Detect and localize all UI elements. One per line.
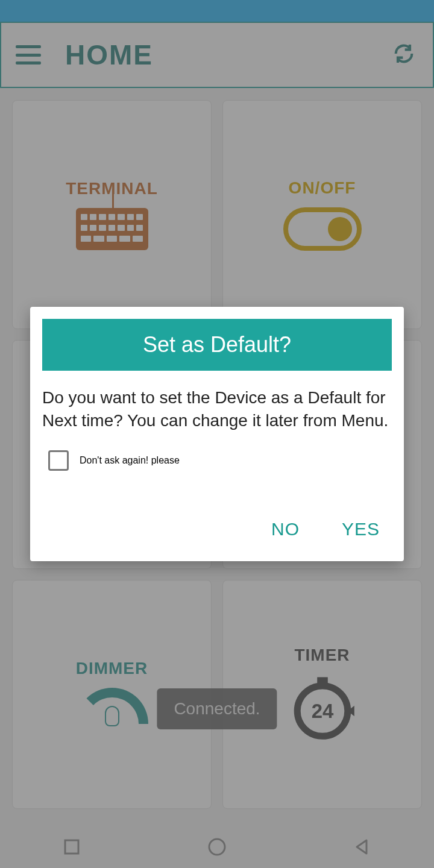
no-button[interactable]: NO bbox=[271, 519, 300, 539]
checkbox-label: Don't ask again! please bbox=[80, 455, 180, 466]
modal-overlay[interactable]: Set as Default? Do you want to set the D… bbox=[0, 0, 434, 868]
dialog-message: Do you want to set the Device as a Defau… bbox=[42, 371, 392, 432]
dialog-title: Set as Default? bbox=[42, 319, 392, 371]
dont-ask-checkbox[interactable] bbox=[48, 450, 69, 471]
dont-ask-row[interactable]: Don't ask again! please bbox=[42, 450, 392, 471]
yes-button[interactable]: YES bbox=[342, 519, 380, 539]
set-default-dialog: Set as Default? Do you want to set the D… bbox=[30, 307, 404, 561]
